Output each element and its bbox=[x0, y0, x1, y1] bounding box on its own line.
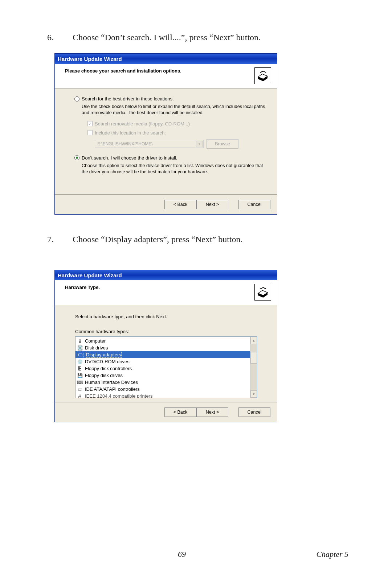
radio-icon bbox=[74, 155, 79, 160]
list-label: Common hardware types: bbox=[75, 329, 260, 334]
list-item[interactable]: 🖴IDE ATA/ATAPI controllers bbox=[75, 386, 250, 393]
document-page: 6. Choose “Don’t search. I will....”, pr… bbox=[0, 0, 392, 588]
device-icon bbox=[254, 284, 271, 301]
scroll-up-icon[interactable]: ▴ bbox=[250, 337, 257, 344]
wizard-hardware-type: Hardware Update Wizard Hardware Type. Se… bbox=[54, 270, 277, 422]
browse-button[interactable]: Browse bbox=[207, 139, 238, 149]
path-combobox[interactable]: E:\ENGLISH\WINXP\HOME\ ▾ bbox=[95, 140, 204, 148]
list-item[interactable]: 💽Disk drives bbox=[75, 344, 250, 351]
list-item-label: Human Interface Devices bbox=[85, 380, 138, 385]
list-item[interactable]: 🖥Computer bbox=[75, 338, 250, 344]
back-button[interactable]: < Back bbox=[164, 407, 196, 417]
chapter-label: Chapter 5 bbox=[316, 550, 348, 559]
list-item-label: Floppy disk controllers bbox=[85, 366, 132, 371]
wizard-header: Please choose your search and installati… bbox=[55, 64, 277, 89]
checkbox-icon: ✓ bbox=[87, 121, 93, 126]
ide-icon: 🖴 bbox=[77, 386, 83, 392]
list-item[interactable]: 💾Floppy disk drives bbox=[75, 372, 250, 379]
checkbox-label: Include this location in the search: bbox=[95, 130, 166, 136]
list-item-label: Floppy disk drives bbox=[85, 373, 123, 378]
chevron-down-icon: ▾ bbox=[196, 141, 203, 147]
hid-icon: ⌨ bbox=[77, 380, 83, 385]
wizard-body: Select a hardware type, and then click N… bbox=[55, 305, 277, 402]
list-item[interactable]: 🗄Floppy disk controllers bbox=[75, 365, 250, 372]
list-content: 🖥Computer 💽Disk drives 🖵Display adapters… bbox=[75, 337, 250, 398]
scrollbar[interactable]: ▴ ▾ bbox=[250, 337, 257, 398]
checkbox-label: Search removable media (floppy, CD-ROM..… bbox=[95, 121, 190, 127]
list-item-label: DVD/CD-ROM drives bbox=[85, 359, 130, 364]
radio-dont-search[interactable]: Don't search. I will choose the driver t… bbox=[74, 155, 266, 161]
scroll-down-icon[interactable]: ▾ bbox=[250, 390, 257, 398]
instruction-text: Select a hardware type, and then click N… bbox=[75, 314, 260, 319]
page-footer: 69 Chapter 5 bbox=[0, 550, 392, 559]
step-text: Choose “Display adapters”, press “Next” … bbox=[73, 235, 348, 244]
header-title: Please choose your search and installati… bbox=[65, 67, 181, 74]
step-number: 7. bbox=[44, 235, 73, 244]
option1-description: Use the check boxes below to limit or ex… bbox=[82, 104, 266, 116]
wizard-header: Hardware Type. bbox=[55, 280, 277, 305]
window-title: Hardware Update Wizard bbox=[58, 56, 122, 62]
list-item-label: IEEE 1284.4 compatible printers bbox=[85, 393, 152, 398]
dvd-icon: 💿 bbox=[77, 359, 83, 365]
window-title: Hardware Update Wizard bbox=[58, 272, 122, 278]
cancel-button[interactable]: Cancel bbox=[238, 200, 270, 209]
wizard-search-options: Hardware Update Wizard Please choose you… bbox=[54, 53, 277, 215]
next-button[interactable]: Next > bbox=[196, 407, 228, 417]
floppy-icon: 💾 bbox=[77, 373, 83, 378]
list-item[interactable]: 💿DVD/CD-ROM drives bbox=[75, 358, 250, 365]
wizard-body: Search for the best driver in these loca… bbox=[55, 89, 277, 194]
titlebar[interactable]: Hardware Update Wizard bbox=[55, 270, 277, 280]
scroll-thumb[interactable] bbox=[250, 352, 257, 364]
computer-icon: 🖥 bbox=[77, 338, 83, 344]
location-row: E:\ENGLISH\WINXP\HOME\ ▾ Browse bbox=[95, 139, 266, 149]
disk-icon: 💽 bbox=[77, 345, 83, 351]
wizard-footer: < Back Next > Cancel bbox=[55, 194, 277, 214]
back-button[interactable]: < Back bbox=[164, 200, 196, 209]
radio-search-auto[interactable]: Search for the best driver in these loca… bbox=[74, 96, 266, 102]
step-text: Choose “Don’t search. I will....”, press… bbox=[73, 33, 348, 42]
list-item[interactable]: ⌨Human Interface Devices bbox=[75, 379, 250, 386]
cancel-button[interactable]: Cancel bbox=[238, 407, 270, 417]
display-icon: 🖵 bbox=[77, 352, 83, 358]
list-item-label: Display adapters bbox=[86, 352, 122, 358]
header-title: Hardware Type. bbox=[65, 284, 100, 290]
checkbox-icon bbox=[87, 130, 93, 135]
option2-description: Choose this option to select the device … bbox=[82, 163, 266, 175]
checkbox-include-location[interactable]: Include this location in the search: bbox=[87, 130, 266, 136]
list-item[interactable]: 🖨IEEE 1284.4 compatible printers bbox=[75, 393, 250, 398]
step-7: 7. Choose “Display adapters”, press “Nex… bbox=[44, 235, 348, 244]
list-item-label: IDE ATA/ATAPI controllers bbox=[85, 386, 140, 392]
list-item-label: Disk drives bbox=[85, 345, 108, 351]
device-icon bbox=[254, 67, 271, 84]
radio-label: Search for the best driver in these loca… bbox=[82, 96, 174, 102]
wizard-footer: < Back Next > Cancel bbox=[55, 402, 277, 422]
path-value: E:\ENGLISH\WINXP\HOME\ bbox=[97, 141, 153, 146]
radio-icon bbox=[74, 96, 79, 102]
printer-icon: 🖨 bbox=[77, 393, 83, 398]
hardware-type-listbox[interactable]: 🖥Computer 💽Disk drives 🖵Display adapters… bbox=[75, 336, 257, 398]
scroll-track[interactable] bbox=[250, 344, 257, 390]
page-number: 69 bbox=[178, 550, 186, 559]
titlebar[interactable]: Hardware Update Wizard bbox=[55, 54, 277, 64]
step-number: 6. bbox=[44, 33, 73, 42]
list-item-selected[interactable]: 🖵Display adapters bbox=[75, 351, 250, 358]
list-item-label: Computer bbox=[85, 338, 106, 344]
next-button[interactable]: Next > bbox=[196, 200, 228, 209]
controller-icon: 🗄 bbox=[77, 366, 83, 372]
radio-label: Don't search. I will choose the driver t… bbox=[82, 155, 177, 161]
step-6: 6. Choose “Don’t search. I will....”, pr… bbox=[44, 33, 348, 42]
checkbox-removable-media[interactable]: ✓ Search removable media (floppy, CD-ROM… bbox=[87, 121, 266, 127]
